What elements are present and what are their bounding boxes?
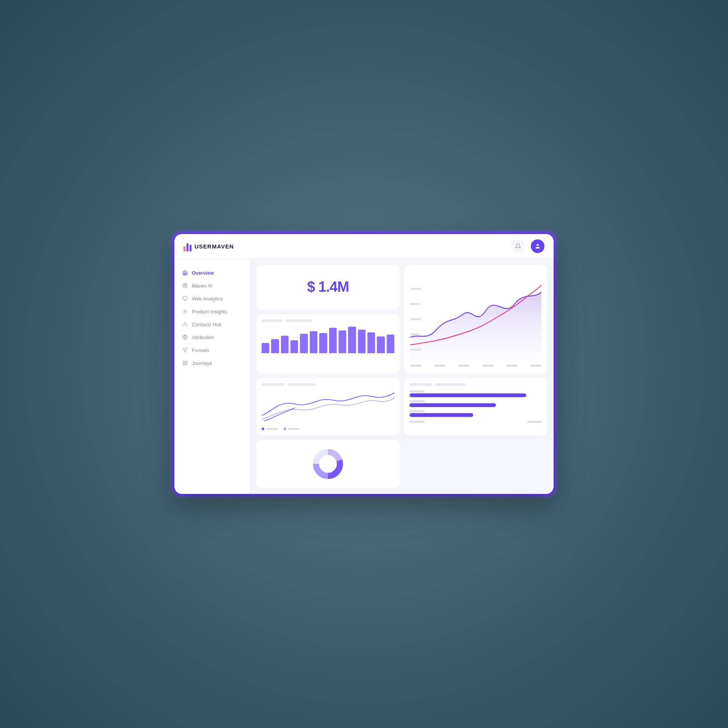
dashboard-content: $ 1.4M (250, 259, 554, 494)
sidebar-label-attribution: Attribution (192, 335, 214, 340)
user-avatar-button[interactable] (531, 239, 544, 253)
bottom-label (482, 365, 494, 367)
bottom-label (527, 421, 542, 423)
bar (377, 336, 384, 353)
sidebar-item-web-analytics[interactable]: Web Analytics (174, 292, 250, 305)
logo-bar-1 (184, 246, 185, 252)
header: USERMAVEN (174, 234, 554, 259)
row-label (410, 400, 425, 403)
contacts-icon (182, 321, 188, 327)
bar (310, 331, 317, 353)
logo-icon (184, 241, 191, 252)
logo: USERMAVEN (184, 241, 234, 252)
bottom-label (458, 365, 469, 367)
legend-item-1 (262, 428, 278, 430)
line-chart-card (256, 378, 400, 436)
svg-point-18 (320, 456, 336, 472)
svg-rect-2 (183, 297, 187, 300)
bottom-label (410, 365, 422, 367)
bottom-label (434, 365, 446, 367)
revenue-value: $ 1.4M (307, 279, 349, 295)
sidebar-item-attribution[interactable]: Attribution (174, 331, 250, 344)
table-row-3 (410, 410, 542, 417)
table-label-1 (410, 383, 432, 386)
sidebar-item-contacts-hub[interactable]: Contacts Hub (174, 318, 250, 331)
line-label-1 (262, 383, 284, 386)
svg-rect-12 (185, 363, 187, 365)
logo-bar-2 (187, 243, 188, 252)
bar-chart-card (256, 314, 400, 373)
svg-rect-21 (410, 318, 421, 320)
notification-button[interactable] (511, 239, 525, 253)
bar-label-2 (286, 319, 312, 322)
row-label (410, 390, 425, 393)
bottom-label (410, 421, 425, 423)
journeys-icon (182, 360, 188, 366)
svg-rect-13 (183, 363, 185, 365)
table-row-2 (410, 400, 542, 407)
table-row-1 (410, 390, 542, 397)
sidebar-item-product-insights[interactable]: Product Insights (174, 305, 250, 318)
bar (271, 339, 279, 353)
sidebar-label-funnels: Funnels (192, 347, 209, 353)
bar (329, 328, 337, 353)
table-bar (410, 413, 473, 417)
svg-point-5 (184, 311, 186, 312)
line-chart-svg (262, 389, 394, 423)
bar (339, 330, 346, 353)
sidebar-label-journeys: Journeys (192, 360, 212, 366)
sidebar: Overview Maven AI (174, 259, 250, 494)
bar (348, 327, 356, 353)
bottom-label (530, 365, 541, 367)
legend-dot-2 (284, 428, 286, 430)
table-bottom-labels (410, 421, 542, 423)
main-layout: Overview Maven AI (174, 259, 554, 494)
bar-chart-container (262, 327, 394, 353)
table-bar (410, 403, 496, 407)
sidebar-item-overview[interactable]: Overview (174, 266, 250, 279)
sidebar-label-overview: Overview (192, 270, 214, 276)
home-icon (182, 270, 188, 276)
svg-marker-9 (183, 348, 187, 352)
bar (319, 333, 327, 353)
sidebar-item-maven-ai[interactable]: Maven AI (174, 279, 250, 292)
table-card (404, 378, 548, 436)
line-chart-labels (262, 383, 394, 386)
svg-point-0 (537, 244, 538, 246)
svg-rect-23 (410, 349, 422, 351)
table-label-2 (435, 383, 466, 386)
ai-icon (182, 283, 188, 289)
revenue-card: $ 1.4M (256, 265, 400, 310)
logo-bar-3 (190, 245, 191, 252)
legend-item-2 (284, 428, 300, 430)
svg-rect-20 (410, 303, 419, 305)
sidebar-label-product-insights: Product Insights (192, 309, 227, 314)
donut-card (256, 440, 400, 488)
area-chart-svg (410, 277, 541, 360)
bar (262, 343, 269, 353)
sidebar-label-maven-ai: Maven AI (192, 283, 212, 289)
svg-rect-22 (410, 333, 419, 335)
area-chart-bottom-labels (410, 365, 541, 367)
bar-chart-labels (262, 319, 394, 322)
browser-icon (182, 296, 188, 302)
donut-chart (311, 447, 345, 481)
bar-label-1 (262, 319, 282, 322)
bar (358, 330, 366, 353)
logo-text: USERMAVEN (195, 243, 234, 250)
svg-rect-11 (185, 361, 187, 363)
svg-point-6 (184, 322, 186, 324)
sidebar-item-journeys[interactable]: Journeys (174, 357, 250, 370)
browser-window: USERMAVEN (174, 234, 554, 494)
area-chart-labels (410, 271, 541, 274)
table-header-labels (410, 383, 542, 386)
bar (290, 340, 298, 353)
table-bar (410, 393, 526, 397)
legend-dot-1 (262, 428, 264, 430)
product-icon (182, 308, 188, 314)
area-chart-card (404, 265, 548, 373)
sidebar-item-funnels[interactable]: Funnels (174, 344, 250, 357)
bar (281, 336, 289, 353)
sidebar-label-web-analytics: Web Analytics (192, 296, 223, 302)
row-label (410, 410, 425, 412)
